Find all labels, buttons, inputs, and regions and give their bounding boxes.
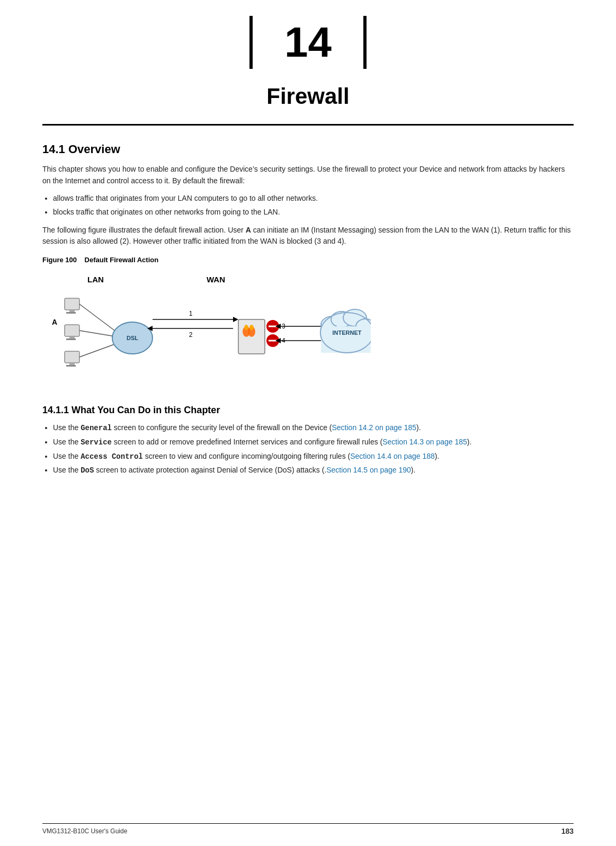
bullet-item-1: allows traffic that originates from your… (53, 193, 574, 204)
lan-label: LAN (87, 275, 104, 284)
figure-caption: Figure 100 Default Firewall Action (42, 256, 574, 264)
bullet4-post: screen to activate protection against De… (94, 466, 326, 474)
computer-3-screen (65, 351, 79, 363)
section-141-intro: This chapter shows you how to enable and… (42, 164, 574, 186)
section-141-bullets: allows traffic that originates from your… (53, 193, 574, 218)
diagram-container: LAN WAN A DSL (42, 269, 371, 391)
computer-1-base (66, 312, 76, 314)
bullet4-mono: DoS (81, 466, 94, 475)
footer-right: 183 (561, 827, 574, 835)
bullet1-pre: Use the (53, 423, 81, 432)
bullet3-post: screen to view and configure incoming/ou… (143, 452, 350, 460)
computer-2-stand (69, 336, 75, 339)
wan-label: WAN (207, 275, 225, 284)
flame-top (244, 325, 248, 330)
bullet2-mono: Service (81, 438, 112, 447)
computer-2-screen (65, 325, 79, 336)
flame-top-2 (249, 325, 254, 330)
bullet4-end: ). (411, 466, 416, 474)
arrow-1-head (233, 317, 238, 322)
chapter-number: 14 (284, 21, 332, 64)
bullet1-mono: General (81, 424, 112, 432)
section-141-figure-paragraph: The following figure illustrates the def… (42, 225, 574, 247)
what-you-can-do-bullet-2: Use the Service screen to add or remove … (53, 437, 574, 449)
bullet3-link[interactable]: Section 14.4 on page 188 (350, 452, 435, 460)
bullet-item-2: blocks traffic that originates on other … (53, 207, 574, 218)
footer: VMG1312-B10C User's Guide 183 (42, 823, 574, 835)
bullet1-end: ). (416, 423, 421, 432)
bullet2-pre: Use the (53, 438, 81, 446)
section-1411-heading: 14.1.1 What You Can Do in this Chapter (42, 405, 574, 416)
bullet1-link[interactable]: Section 14.2 on page 185 (332, 423, 417, 432)
user-a-label: A (52, 318, 57, 326)
chapter-title: Firewall (42, 84, 574, 109)
what-you-can-do-bullet-1: Use the General screen to configure the … (53, 422, 574, 434)
section-1411-bullets: Use the General screen to configure the … (53, 422, 574, 477)
bullet4-link[interactable]: Section 14.5 on page 190 (326, 466, 411, 474)
chapter-number-box: 14 (249, 16, 367, 69)
figure-number: Figure 100 (42, 256, 77, 264)
figure-caption-text (79, 256, 83, 264)
computer-3-stand (69, 363, 75, 365)
arrow-1-label: 1 (189, 310, 193, 317)
figure-caption-desc: Default Firewall Action (85, 256, 159, 264)
page: 14 Firewall 14.1 Overview This chapter s… (0, 0, 616, 846)
section-141-heading: 14.1 Overview (42, 143, 574, 156)
computer-2-base (66, 339, 76, 340)
computer-1-stand (69, 310, 75, 312)
internet-text: INTERNET (333, 330, 362, 336)
firewall-diagram: LAN WAN A DSL (42, 269, 371, 391)
computer-3-base (66, 365, 76, 367)
bullet1-post: screen to configure the security level o… (112, 423, 332, 432)
bullet2-end: ). (467, 438, 472, 446)
bullet4-pre: Use the (53, 466, 81, 474)
chapter-header: 14 Firewall (42, 0, 574, 126)
computer-1-screen (65, 298, 79, 310)
bullet2-link[interactable]: Section 14.3 on page 185 (382, 438, 467, 446)
arrow-2-label: 2 (189, 331, 193, 339)
what-you-can-do-bullet-4: Use the DoS screen to activate protectio… (53, 465, 574, 477)
dsl-label: DSL (127, 335, 138, 341)
what-you-can-do-bullet-3: Use the Access Control screen to view an… (53, 451, 574, 463)
bullet2-post: screen to add or remove predefined Inter… (112, 438, 382, 446)
bullet3-pre: Use the (53, 452, 81, 460)
footer-left: VMG1312-B10C User's Guide (42, 827, 127, 835)
bullet3-end: ). (435, 452, 440, 460)
bullet3-mono: Access Control (81, 452, 143, 461)
